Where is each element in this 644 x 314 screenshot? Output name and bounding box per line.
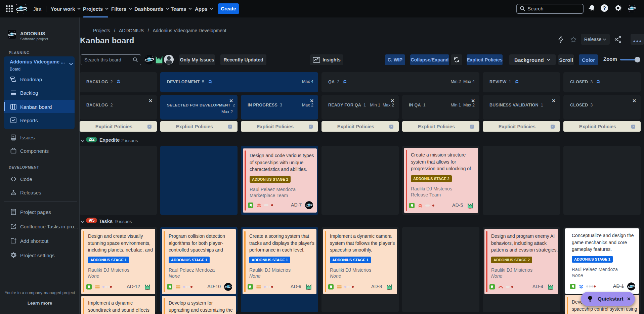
svg-text:MISTERIOS: MISTERIOS bbox=[157, 63, 162, 65]
